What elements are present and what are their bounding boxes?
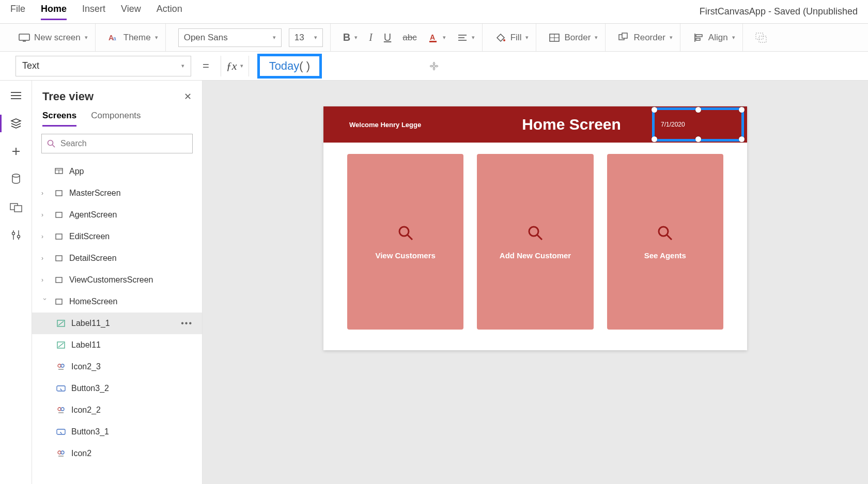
bold-button[interactable]: B▾ [343, 32, 358, 43]
tree-node-button3-1[interactable]: Button3_1 [32, 421, 202, 443]
resize-handle[interactable] [652, 136, 657, 142]
svg-line-58 [667, 235, 672, 240]
screen-icon [54, 277, 64, 283]
tree-node-viewcustomersscreen[interactable]: › ViewCustomersScreen [32, 269, 202, 291]
text-align-button[interactable]: ▾ [457, 34, 475, 42]
resize-handle[interactable] [739, 107, 745, 113]
app-canvas[interactable]: Welcome Henry Legge Home Screen 7/1/2020… [323, 106, 747, 350]
tree-node-label11-1[interactable]: Label11_1 ••• [32, 313, 202, 334]
menu-insert[interactable]: Insert [82, 4, 105, 20]
reorder-icon [618, 32, 629, 43]
tree-list: App › MasterScreen › AgentScreen › EditS… [32, 161, 202, 484]
canvas-header: Welcome Henry Legge Home Screen 7/1/2020 [323, 106, 747, 143]
menu-view[interactable]: View [121, 4, 141, 20]
svg-point-52 [61, 451, 64, 454]
tree-node-homescreen[interactable]: › HomeScreen [32, 291, 202, 313]
border-button[interactable]: Border▾ [564, 33, 598, 43]
tree-view-rail-icon[interactable] [9, 117, 23, 130]
tab-components[interactable]: Components [91, 111, 141, 127]
svg-rect-47 [57, 386, 65, 391]
tree-node-masterscreen[interactable]: › MasterScreen [32, 182, 202, 204]
tab-screens[interactable]: Screens [42, 111, 76, 127]
new-screen-button[interactable]: New screen▾ [34, 33, 88, 43]
menu-file[interactable]: File [10, 4, 25, 20]
tree-search-input[interactable] [41, 134, 193, 153]
formula-text[interactable]: Today( ) [269, 59, 310, 73]
menu-action[interactable]: Action [157, 4, 182, 20]
top-menu-bar: File Home Insert View Action FirstCanvas… [0, 0, 868, 24]
data-rail-icon[interactable] [9, 173, 23, 186]
font-color-button[interactable]: A▾ [428, 33, 446, 43]
svg-rect-50 [57, 429, 65, 434]
canvas-area[interactable]: Welcome Henry Legge Home Screen 7/1/2020… [203, 81, 868, 484]
theme-button[interactable]: Theme▾ [123, 33, 158, 43]
underline-button[interactable]: U [384, 32, 391, 43]
card-label: See Agents [644, 251, 686, 260]
svg-point-51 [58, 451, 61, 454]
fill-icon [495, 32, 506, 43]
menu-home[interactable]: Home [41, 4, 67, 20]
svg-rect-0 [19, 34, 29, 40]
svg-line-56 [537, 235, 542, 240]
font-select[interactable]: Open Sans▾ [178, 28, 282, 47]
tree-node-app[interactable]: App [32, 161, 202, 182]
fx-button[interactable]: ƒx▾ [221, 56, 249, 76]
svg-rect-37 [56, 191, 62, 196]
button-icon [56, 385, 66, 392]
resize-handle[interactable] [739, 136, 745, 142]
media-rail-icon[interactable] [9, 200, 23, 214]
search-icon [656, 224, 674, 242]
card-view-customers[interactable]: View Customers [347, 154, 463, 330]
svg-point-29 [12, 232, 14, 235]
align-lines-icon [457, 34, 468, 42]
svg-point-9 [503, 39, 505, 41]
selected-date-label[interactable]: 7/1/2020 [652, 107, 744, 142]
svg-rect-17 [696, 38, 700, 40]
ribbon-toolbar: New screen▾ Aa Theme▾ Open Sans▾ 13▾ B▾ … [0, 24, 868, 52]
svg-point-57 [659, 227, 668, 236]
tree-node-icon2-2[interactable]: Icon2_2 [32, 399, 202, 421]
fill-button[interactable]: Fill▾ [510, 33, 529, 43]
tree-node-label11[interactable]: Label11 [32, 334, 202, 356]
resize-handle[interactable] [695, 136, 701, 142]
new-screen-icon [19, 32, 30, 43]
svg-text:a: a [113, 36, 116, 41]
app-icon [54, 168, 64, 175]
svg-point-49 [61, 408, 64, 411]
group-icon[interactable] [755, 32, 767, 43]
formula-input-highlight[interactable]: Today( ) [257, 54, 322, 79]
resize-handle[interactable] [695, 107, 701, 113]
resize-handle[interactable] [652, 107, 657, 113]
hamburger-icon[interactable] [9, 89, 23, 102]
svg-point-48 [58, 408, 61, 411]
italic-button[interactable]: I [369, 32, 373, 43]
svg-rect-19 [759, 36, 766, 42]
property-select[interactable]: Text▾ [16, 56, 191, 76]
advanced-tools-rail-icon[interactable] [9, 228, 23, 242]
search-field[interactable] [60, 139, 187, 148]
tree-node-button3-2[interactable]: Button3_2 [32, 378, 202, 399]
tree-node-agentscreen[interactable]: › AgentScreen [32, 204, 202, 226]
svg-rect-38 [56, 212, 62, 217]
svg-line-54 [408, 235, 412, 240]
button-icon [56, 428, 66, 435]
screen-icon [54, 299, 64, 305]
tree-node-icon2[interactable]: Icon2 [32, 443, 202, 464]
svg-point-46 [61, 364, 64, 367]
strikethrough-button[interactable]: abc [402, 33, 416, 43]
align-button[interactable]: Align▾ [708, 33, 735, 43]
tree-node-detailscreen[interactable]: › DetailScreen [32, 247, 202, 269]
card-see-agents[interactable]: See Agents [607, 154, 723, 330]
tree-node-icon2-3[interactable]: Icon2_3 [32, 356, 202, 378]
equals-sign: = [199, 59, 212, 73]
reorder-button[interactable]: Reorder▾ [633, 33, 672, 43]
insert-rail-icon[interactable] [9, 145, 23, 158]
svg-point-32 [48, 140, 53, 146]
card-add-customer[interactable]: Add New Customer [477, 154, 593, 330]
border-icon [549, 32, 560, 43]
control-icon [56, 407, 66, 414]
tree-node-editscreen[interactable]: › EditScreen [32, 226, 202, 247]
more-icon[interactable]: ••• [181, 319, 193, 328]
close-icon[interactable]: ✕ [184, 91, 192, 102]
font-size-select[interactable]: 13▾ [289, 28, 323, 47]
